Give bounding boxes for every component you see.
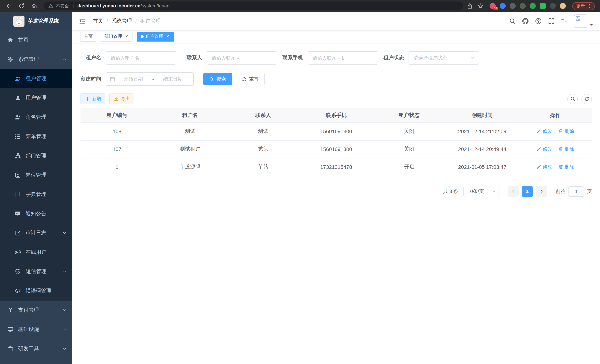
status-field: 租户状态 请选择租户状态 [383, 51, 479, 65]
search-icon[interactable] [509, 18, 516, 25]
next-page-button[interactable] [536, 186, 547, 196]
sidebar-item-label: 岗位管理 [26, 172, 46, 178]
sidebar-item-devtool[interactable]: 研发工具 [0, 339, 72, 358]
devtool-box-icon [7, 346, 13, 352]
breadcrumb-item[interactable]: 首页 [93, 18, 103, 25]
sidebar-item-home[interactable]: 首页 [0, 30, 72, 50]
add-button[interactable]: 新增 [81, 93, 105, 104]
sidebar-item-label: 角色管理 [26, 114, 46, 121]
add-button-label: 新增 [92, 96, 101, 102]
create-time-range-picker[interactable]: 开始日期 - 结束日期 [106, 72, 194, 86]
prev-page-button[interactable] [508, 186, 519, 196]
sidebar-item-tenant[interactable]: 租户管理 [0, 69, 72, 88]
sidebar-item-notice[interactable]: 通知公告 [0, 204, 72, 223]
column-header: 租户编号 [81, 108, 154, 122]
tenant-name-input[interactable] [106, 51, 176, 65]
sidebar-item-online[interactable]: 在线用户 [0, 243, 72, 262]
extension-icon-3[interactable] [510, 3, 516, 9]
extension-icon-6[interactable] [540, 3, 546, 9]
table-row: 107测试租户秃头15601691300关闭2021-12-14 20:49:4… [81, 140, 592, 158]
hamburger-icon[interactable] [79, 18, 86, 25]
edit-link[interactable]: 修改 [536, 128, 552, 135]
avatar-image [574, 14, 587, 28]
dots-vertical-icon[interactable] [587, 3, 592, 9]
extension-icon-2[interactable] [500, 3, 506, 9]
font-size-icon[interactable] [561, 18, 568, 25]
sidebar-item-sms[interactable]: 短信管理 [0, 262, 72, 281]
tab-home[interactable]: 首页 [81, 32, 96, 41]
cell-contact: 测试 [226, 122, 300, 140]
extension-badge: 10 [494, 7, 498, 10]
sidebar-item-pay[interactable]: 支付管理 [0, 300, 72, 320]
github-icon[interactable] [522, 18, 529, 25]
sidebar-item-infra[interactable]: 基础设施 [0, 320, 72, 339]
sidebar-item-post[interactable]: 岗位管理 [0, 166, 72, 185]
address-bar[interactable]: 不安全 dashboard.yudao.iocoder.cn/system/te… [44, 1, 463, 10]
tab-dept[interactable]: 部门管理× [101, 32, 132, 41]
sidebar-item-dept[interactable]: 部门管理 [0, 146, 72, 166]
extension-icon-4[interactable] [520, 3, 526, 9]
update-button[interactable]: 更新 [572, 2, 595, 10]
sidebar-item-role[interactable]: 角色管理 [0, 108, 72, 127]
column-header: 创建时间 [446, 108, 519, 122]
refresh-table-button[interactable] [581, 94, 592, 104]
edit-icon [536, 165, 541, 169]
breadcrumb-item[interactable]: 系统管理 [111, 18, 132, 25]
delete-link[interactable]: 删除 [558, 128, 574, 135]
home-chrome-icon[interactable] [31, 3, 37, 9]
mobile-input[interactable] [308, 51, 378, 65]
close-icon[interactable]: × [124, 34, 129, 39]
system-gear-icon [7, 56, 13, 62]
browser-toolbar: 不安全 dashboard.yudao.iocoder.cn/system/te… [0, 0, 600, 12]
reset-button[interactable]: 重置 [236, 73, 264, 85]
table-header-row: 租户编号租户名联系人联系手机租户状态创建时间操作 [81, 108, 592, 122]
sidebar-item-system[interactable]: 系统管理 [0, 50, 72, 69]
errorcode-icon [15, 288, 21, 294]
user-avatar[interactable] [574, 14, 593, 28]
page-size-select[interactable]: 10条/页 [463, 186, 499, 197]
tenant-users-icon [15, 76, 21, 82]
profile-avatar[interactable] [560, 3, 566, 9]
tenant-status-select[interactable]: 请选择租户状态 [409, 51, 479, 65]
back-icon[interactable] [6, 3, 12, 9]
security-label[interactable]: 不安全 [56, 3, 69, 9]
bookmark-star-icon[interactable] [478, 3, 484, 9]
reload-icon[interactable] [19, 3, 25, 9]
edit-link[interactable]: 修改 [536, 164, 552, 170]
close-icon[interactable]: × [165, 34, 170, 39]
extension-icon-1[interactable]: 10 [490, 3, 496, 9]
sms-shield-icon [15, 269, 21, 275]
share-icon[interactable] [467, 3, 473, 9]
search-button[interactable]: 搜索 [203, 73, 232, 85]
export-button[interactable]: 导出 [110, 93, 134, 104]
tenant-name-label: 租户名 [81, 55, 101, 61]
table-row: 108测试测试15601691300关闭2021-12-14 21:02:09修… [81, 122, 592, 140]
extension-icon-5[interactable] [530, 3, 536, 9]
extension-icon-7[interactable] [550, 3, 556, 9]
sidebar-item-menu[interactable]: 菜单管理 [0, 127, 72, 146]
warning-icon [48, 3, 53, 9]
sidebar-item-audit[interactable]: 审计日志 [0, 223, 72, 243]
status-label: 租户状态 [383, 55, 404, 61]
url-host: dashboard.yudao.iocoder.cn [77, 3, 141, 9]
audit-log-icon [15, 230, 21, 236]
tab-tenant[interactable]: 租户管理× [137, 32, 174, 41]
end-date-placeholder: 结束日期 [156, 76, 190, 82]
goto-page-input[interactable] [568, 186, 584, 196]
help-icon[interactable] [535, 18, 542, 25]
toggle-search-button[interactable] [567, 94, 578, 104]
contact-input[interactable] [207, 51, 277, 65]
sidebar-item-label: 通知公告 [26, 210, 46, 217]
navbar-icons [509, 18, 568, 25]
edit-link[interactable]: 修改 [536, 146, 552, 152]
sidebar-item-errcode[interactable]: 错误码管理 [0, 281, 72, 300]
breadcrumb-separator: / [106, 18, 108, 24]
page-1-button[interactable]: 1 [522, 186, 533, 196]
delete-link[interactable]: 删除 [558, 146, 574, 152]
fullscreen-icon[interactable] [548, 18, 555, 25]
sidebar: 芋道管理系统 首页系统管理租户管理用户管理角色管理菜单管理部门管理岗位管理字典管… [0, 12, 72, 364]
app-logo[interactable]: 芋道管理系统 [0, 12, 72, 30]
sidebar-item-dict[interactable]: 字典管理 [0, 185, 72, 204]
delete-link[interactable]: 删除 [558, 164, 574, 170]
sidebar-item-user[interactable]: 用户管理 [0, 88, 72, 108]
